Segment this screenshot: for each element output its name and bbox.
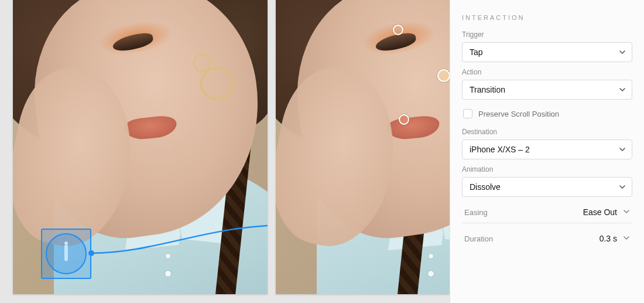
portrait-earring-large bbox=[200, 67, 233, 100]
destination-select[interactable]: iPhone X/XS – 2 bbox=[462, 139, 632, 159]
easing-row[interactable]: Easing Ease Out bbox=[462, 203, 632, 223]
chevron-down-icon bbox=[619, 146, 626, 153]
panel-title: INTERACTION bbox=[462, 14, 632, 21]
artboard-destination[interactable] bbox=[276, 0, 450, 294]
action-select[interactable]: Transition bbox=[462, 80, 632, 100]
animation-select[interactable]: Dissolve bbox=[462, 177, 632, 197]
destination-field: Destination iPhone X/XS – 2 bbox=[462, 128, 632, 159]
easing-label: Easing bbox=[464, 208, 488, 217]
duration-row[interactable]: Duration 0.3 s bbox=[462, 229, 632, 243]
trigger-select[interactable]: Tap bbox=[462, 42, 632, 62]
app-root: INTERACTION Trigger Tap Action Transitio… bbox=[0, 0, 644, 303]
chevron-down-icon bbox=[623, 234, 630, 243]
chevron-down-icon bbox=[619, 183, 626, 190]
action-field: Action Transition bbox=[462, 68, 632, 100]
chevron-down-icon bbox=[623, 207, 630, 217]
destination-label: Destination bbox=[462, 128, 632, 136]
portrait-earring-small bbox=[193, 54, 211, 72]
chevron-down-icon bbox=[619, 49, 626, 56]
prototype-canvas[interactable] bbox=[0, 0, 450, 303]
duration-label: Duration bbox=[464, 234, 493, 243]
selected-hotspot[interactable] bbox=[41, 229, 91, 279]
hotspot-marker[interactable] bbox=[437, 69, 450, 82]
chevron-down-icon bbox=[619, 86, 626, 93]
action-label: Action bbox=[462, 68, 632, 76]
animation-field: Animation Dissolve bbox=[462, 165, 632, 197]
action-value: Transition bbox=[470, 85, 505, 94]
animation-label: Animation bbox=[462, 165, 632, 173]
info-icon-dot bbox=[64, 241, 68, 245]
artboard-source[interactable] bbox=[13, 0, 268, 294]
easing-value: Ease Out bbox=[583, 207, 617, 217]
info-icon-stem bbox=[64, 245, 68, 261]
preserve-scroll-row[interactable]: Preserve Scroll Position bbox=[462, 105, 632, 122]
preserve-scroll-label: Preserve Scroll Position bbox=[478, 110, 559, 118]
interaction-panel: INTERACTION Trigger Tap Action Transitio… bbox=[450, 0, 644, 303]
trigger-label: Trigger bbox=[462, 30, 632, 39]
trigger-value: Tap bbox=[470, 47, 483, 57]
duration-value: 0.3 s bbox=[600, 234, 617, 243]
destination-value: iPhone X/XS – 2 bbox=[470, 145, 530, 154]
portrait-shirt-buttons bbox=[165, 253, 171, 259]
animation-value: Dissolve bbox=[470, 182, 501, 192]
preserve-scroll-checkbox[interactable] bbox=[463, 109, 472, 118]
trigger-field: Trigger Tap bbox=[462, 30, 632, 62]
